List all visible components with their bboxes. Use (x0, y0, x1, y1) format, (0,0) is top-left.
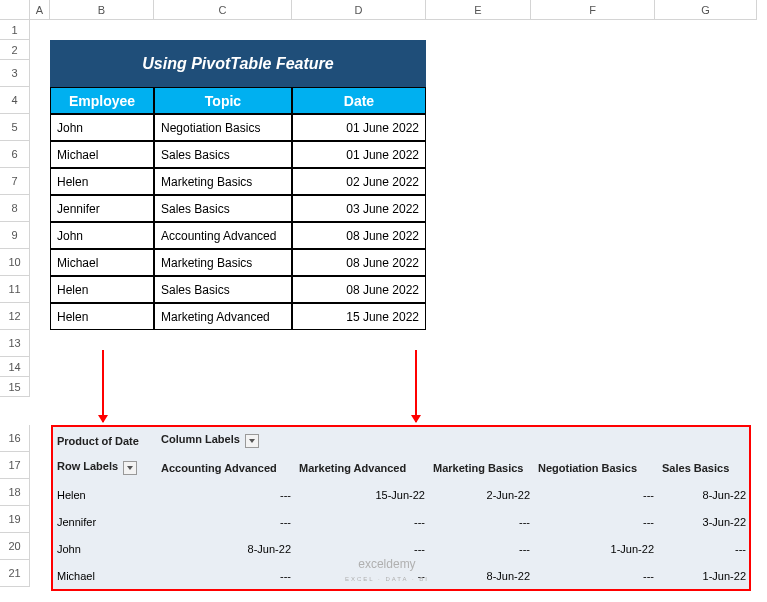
table-cell[interactable]: John (50, 114, 154, 141)
col-header-B[interactable]: B (50, 0, 154, 20)
watermark-brand: exceldemy (358, 557, 415, 571)
row-header[interactable]: 16 (0, 425, 30, 452)
pivot-cell[interactable]: --- (295, 543, 429, 555)
table-cell[interactable]: 08 June 2022 (292, 249, 426, 276)
col-header-C[interactable]: C (154, 0, 292, 20)
table-cell[interactable]: Sales Basics (154, 141, 292, 168)
row-header[interactable]: 2 (0, 40, 30, 60)
table-header: Date (292, 87, 426, 114)
table-cell[interactable]: Helen (50, 303, 154, 330)
table-cell[interactable]: Helen (50, 168, 154, 195)
table-cell[interactable]: Michael (50, 141, 154, 168)
pivot-cell[interactable]: --- (157, 516, 295, 528)
pivot-col-header: Sales Basics (658, 462, 750, 474)
arrow-icon (415, 350, 417, 422)
pivot-cell[interactable]: --- (157, 489, 295, 501)
table-cell[interactable]: Michael (50, 249, 154, 276)
row-header[interactable]: 3 (0, 60, 30, 87)
pivot-col-header: Negotiation Basics (534, 462, 658, 474)
pivot-cell[interactable]: --- (658, 543, 750, 555)
table-header: Topic (154, 87, 292, 114)
chevron-down-icon[interactable] (123, 461, 137, 475)
row-headers-pivot: 16 17 18 19 20 21 (0, 425, 30, 587)
arrow-icon (102, 350, 104, 422)
row-header[interactable]: 7 (0, 168, 30, 195)
pivot-row-label: Jennifer (53, 516, 157, 528)
spreadsheet-grid: A B C D E F G 123456789101112131415Using… (0, 0, 767, 397)
pivot-cell[interactable]: 3-Jun-22 (658, 516, 750, 528)
table-cell[interactable]: 08 June 2022 (292, 222, 426, 249)
grid-corner (0, 0, 30, 20)
table-cell[interactable]: Sales Basics (154, 276, 292, 303)
pivot-data-row: Helen---15-Jun-222-Jun-22---8-Jun-22 (53, 481, 749, 508)
row-header[interactable]: 4 (0, 87, 30, 114)
table-cell[interactable]: Negotiation Basics (154, 114, 292, 141)
row-header[interactable]: 17 (0, 452, 30, 479)
table-cell[interactable]: 01 June 2022 (292, 114, 426, 141)
pivot-cell[interactable]: --- (534, 516, 658, 528)
pivot-cell[interactable]: 8-Jun-22 (429, 570, 534, 582)
row-header[interactable]: 9 (0, 222, 30, 249)
pivot-cell[interactable]: --- (429, 543, 534, 555)
pivot-row-label: John (53, 543, 157, 555)
row-header[interactable]: 11 (0, 276, 30, 303)
row-header[interactable]: 6 (0, 141, 30, 168)
table-cell[interactable]: Marketing Advanced (154, 303, 292, 330)
pivot-cell[interactable]: 1-Jun-22 (534, 543, 658, 555)
pivot-cell[interactable]: --- (534, 570, 658, 582)
table-cell[interactable]: 03 June 2022 (292, 195, 426, 222)
table-cell[interactable]: Helen (50, 276, 154, 303)
table-cell[interactable]: Marketing Basics (154, 249, 292, 276)
pivot-cell[interactable]: 2-Jun-22 (429, 489, 534, 501)
col-header-F[interactable]: F (531, 0, 655, 20)
chevron-down-icon[interactable] (245, 434, 259, 448)
pivot-column-labels[interactable]: Column Labels (157, 433, 295, 447)
col-header-A[interactable]: A (30, 0, 50, 20)
pivot-header-row: Row Labels Accounting Advanced Marketing… (53, 454, 749, 481)
table-cell[interactable]: Accounting Advanced (154, 222, 292, 249)
table-cell[interactable]: Marketing Basics (154, 168, 292, 195)
pivot-col-header: Marketing Basics (429, 462, 534, 474)
table-cell[interactable]: 08 June 2022 (292, 276, 426, 303)
page-title: Using PivotTable Feature (50, 40, 426, 87)
table-cell[interactable]: 01 June 2022 (292, 141, 426, 168)
row-header[interactable]: 20 (0, 533, 30, 560)
row-header[interactable]: 5 (0, 114, 30, 141)
table-cell[interactable]: John (50, 222, 154, 249)
table-cell[interactable]: Sales Basics (154, 195, 292, 222)
col-header-D[interactable]: D (292, 0, 426, 20)
table-header: Employee (50, 87, 154, 114)
pivot-row-labels[interactable]: Row Labels (53, 460, 157, 474)
pivot-cell[interactable]: 1-Jun-22 (658, 570, 750, 582)
pivot-cell[interactable]: 15-Jun-22 (295, 489, 429, 501)
pivot-cell[interactable]: --- (534, 489, 658, 501)
row-header[interactable]: 8 (0, 195, 30, 222)
pivot-cell[interactable]: --- (157, 570, 295, 582)
row-header[interactable]: 10 (0, 249, 30, 276)
pivot-col-header: Accounting Advanced (157, 462, 295, 474)
table-cell[interactable]: 02 June 2022 (292, 168, 426, 195)
row-header[interactable]: 19 (0, 506, 30, 533)
watermark: exceldemy EXCEL · DATA · BI (345, 558, 429, 584)
row-header[interactable]: 15 (0, 377, 30, 397)
pivot-cell[interactable]: 8-Jun-22 (658, 489, 750, 501)
row-header[interactable]: 1 (0, 20, 30, 40)
pivot-row-label: Michael (53, 570, 157, 582)
pivot-top-row: Product of Date Column Labels (53, 427, 749, 454)
pivot-cell[interactable]: 8-Jun-22 (157, 543, 295, 555)
pivot-row-label: Helen (53, 489, 157, 501)
table-cell[interactable]: Jennifer (50, 195, 154, 222)
col-header-G[interactable]: G (655, 0, 757, 20)
row-header[interactable]: 14 (0, 357, 30, 377)
pivot-col-header: Marketing Advanced (295, 462, 429, 474)
row-header[interactable]: 13 (0, 330, 30, 357)
watermark-tag: EXCEL · DATA · BI (345, 576, 429, 582)
row-header[interactable]: 21 (0, 560, 30, 587)
pivot-corner-label: Product of Date (53, 435, 157, 447)
pivot-cell[interactable]: --- (429, 516, 534, 528)
table-cell[interactable]: 15 June 2022 (292, 303, 426, 330)
pivot-cell[interactable]: --- (295, 516, 429, 528)
row-header[interactable]: 18 (0, 479, 30, 506)
row-header[interactable]: 12 (0, 303, 30, 330)
col-header-E[interactable]: E (426, 0, 531, 20)
